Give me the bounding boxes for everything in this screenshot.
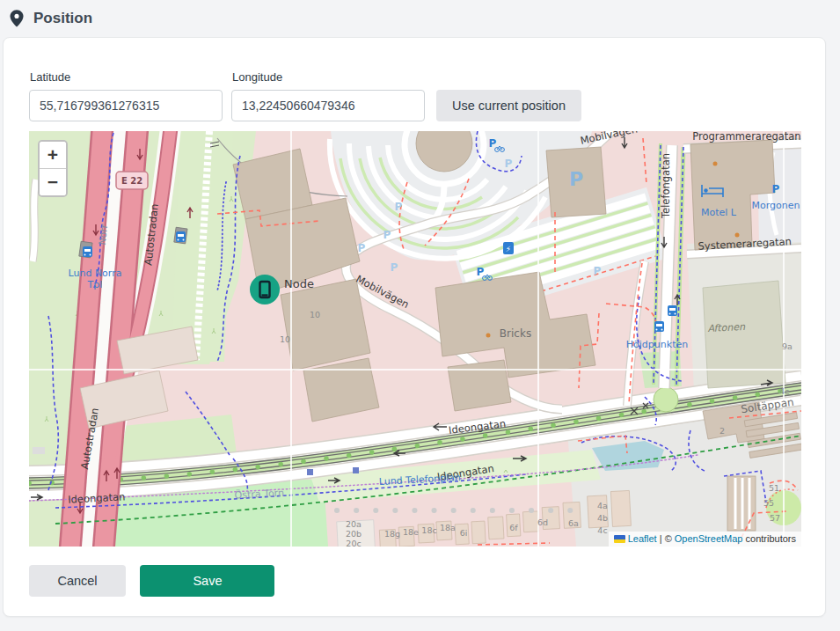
map-label-norr: Norr (97, 224, 110, 246)
map-label-bricks: Bricks (500, 327, 531, 340)
house-number: 4b (597, 513, 608, 523)
page-title: Position (33, 10, 92, 27)
parking-garage-icon: P (569, 168, 583, 190)
map-attribution: Leaflet | © OpenStreetMap contributors (609, 532, 801, 547)
map-label-9a: 9a (782, 341, 793, 351)
map-label-4e: 4e (779, 386, 790, 396)
map-zoom-control: + − (38, 140, 68, 197)
map-label-programmeraregatan: Programmeraregatan (692, 131, 800, 143)
ukraine-flag-icon (614, 535, 625, 543)
openstreetmap-link[interactable]: OpenStreetMap (675, 533, 743, 544)
coordinate-form-row: Latitude Longitude Use current position (29, 70, 800, 121)
map-label-10: 10 (280, 334, 290, 344)
poi-dot (713, 162, 718, 166)
map-label-telefongatan: Telefongatan (660, 153, 672, 219)
attribution-contributors: contributors (742, 533, 796, 544)
poi-dot (735, 233, 740, 238)
tram-stop (307, 469, 313, 475)
house-number: 18g (384, 529, 400, 539)
map-label-aftonen: Aftonen (707, 321, 746, 334)
house-number: 6a (568, 518, 579, 528)
position-card: Latitude Longitude Use current position (3, 37, 826, 617)
parking-icon: P (505, 158, 513, 170)
parking-icon: P (358, 242, 366, 254)
node-marker-label: Node (284, 277, 314, 290)
map-label-lund-norra: Lund Norra (69, 268, 122, 279)
zoom-in-button[interactable]: + (40, 142, 66, 169)
house-number: 55 (763, 498, 774, 508)
house-number: 18c (421, 525, 436, 535)
cancel-button[interactable]: Cancel (29, 565, 126, 597)
house-number: 6f (509, 523, 518, 532)
house-number: 6d (537, 517, 548, 527)
map-label-morgonen: Morgonen (752, 200, 800, 211)
use-current-position-button[interactable]: Use current position (436, 90, 581, 121)
map-label-motel-l: Motel L (701, 207, 737, 218)
parking-icon: P (395, 201, 403, 213)
parking-icon: P (383, 229, 391, 241)
aftonen-building (703, 281, 785, 388)
house-number: 57 (770, 513, 780, 523)
house-number: 4a (597, 501, 608, 510)
house-number: 4c (597, 525, 607, 535)
map-label-10: 10 (310, 310, 320, 319)
parking-icon: P (772, 183, 780, 195)
page-header: Position (0, 0, 840, 37)
leaflet-link[interactable]: Leaflet (628, 533, 657, 544)
svg-text:⚡: ⚡ (506, 245, 511, 253)
map-label-e22: E 22 (121, 176, 142, 186)
house-number: 51 (769, 483, 779, 493)
bus-icon (83, 246, 92, 257)
latitude-input[interactable] (29, 90, 223, 121)
form-actions: Cancel Save (29, 565, 800, 597)
attribution-separator: | © (657, 533, 675, 544)
house-number: 20b (346, 529, 362, 539)
house-number: 6i (460, 528, 468, 538)
parking-icon: P (594, 265, 602, 277)
latitude-field: Latitude (29, 70, 223, 121)
bus-icon (654, 321, 664, 332)
bus-icon (668, 305, 677, 316)
save-button[interactable]: Save (140, 565, 274, 597)
roundabout (654, 387, 678, 412)
house-number: 20a (346, 519, 362, 529)
house-number: 20c (346, 539, 361, 547)
map-label-lund-norra-tpl: Tpl (87, 279, 103, 290)
longitude-input[interactable] (231, 90, 425, 121)
charging-station-icon: ⚡ (503, 242, 514, 254)
map-canvas: ⚡ (29, 131, 801, 547)
map-label-hojdpunkten: Höjdpunkten (626, 339, 688, 350)
tram-stop (353, 467, 359, 473)
parking-icon: P (391, 261, 398, 274)
bicycle-parking-icon: P (477, 266, 485, 278)
poi-dot (486, 334, 491, 338)
latitude-label: Latitude (30, 70, 223, 84)
house-number: 18a (440, 523, 456, 532)
zoom-out-button[interactable]: − (40, 169, 66, 195)
position-pin-icon (9, 9, 25, 28)
bicycle-parking-icon: P (489, 137, 497, 150)
house-number: 18e (403, 527, 419, 537)
longitude-field: Longitude (231, 70, 425, 121)
longitude-label: Longitude (232, 70, 425, 84)
map-label-2: 2 (719, 426, 725, 436)
bus-icon (176, 231, 186, 242)
map[interactable]: ⚡ (29, 131, 801, 547)
